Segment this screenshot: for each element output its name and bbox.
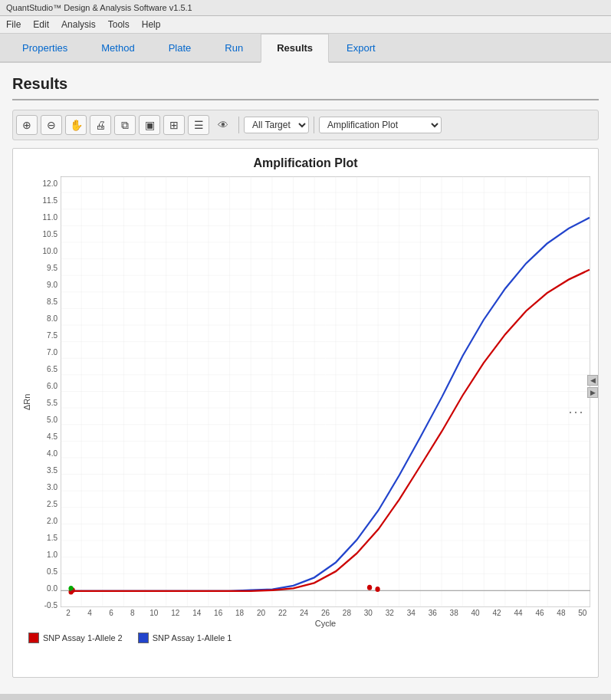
y-tick: 0.5 [33,567,57,576]
x-tick: 18 [232,609,248,617]
page-title: Results [12,75,599,100]
x-tick: 16 [211,609,226,617]
x-axis-label: Cycle [61,619,590,628]
toolbar-separator-2 [314,117,314,133]
legend-item-allele2: SNP Assay 1-Allele 2 [28,633,123,643]
tab-results[interactable]: Results [261,34,329,63]
y-tick: 5.0 [33,416,57,424]
y-tick: 2.0 [33,517,57,525]
tab-export[interactable]: Export [330,34,392,61]
pan-button[interactable]: ✋ [65,115,87,135]
x-tick: 30 [360,609,376,617]
menu-help[interactable]: Help [142,19,161,30]
x-tick: 10 [146,609,162,617]
x-tick: 46 [532,609,547,617]
zoom-out-button[interactable]: ⊖ [41,115,62,135]
menu-edit[interactable]: Edit [33,19,49,30]
scroll-up-arrow[interactable]: ◀ [587,375,598,386]
y-tick: 9.5 [33,264,57,272]
chart-container: Amplification Plot ΔRn 12.0 11.5 11.0 10… [12,148,599,678]
y-tick: 4.5 [33,432,57,441]
select-icon: ▣ [145,119,155,131]
y-axis-ticks: 12.0 11.5 11.0 10.5 10.0 9.5 9.0 8.5 8.0… [33,176,61,628]
y-tick: 8.0 [33,314,57,323]
chart-area: ΔRn 12.0 11.5 11.0 10.5 10.0 9.5 9.0 8.5… [21,176,590,628]
visibility-button[interactable]: 👁 [212,115,234,135]
y-tick: 0.0 [33,584,57,593]
plot-and-x-area: 2 4 6 8 10 12 14 16 18 20 22 24 26 28 30… [61,176,590,628]
side-scroll-arrows[interactable]: ◀ ▶ [587,375,598,398]
legend-label-allele1: SNP Assay 1-Allele 1 [153,633,232,642]
x-tick: 38 [446,609,462,617]
legend-swatch-allele2 [28,633,39,643]
copy-button[interactable]: ⧉ [114,115,136,135]
tab-run[interactable]: Run [209,34,259,61]
y-axis-label: ΔRn [21,176,33,628]
y-tick: 7.0 [33,348,57,357]
x-tick: 36 [425,609,440,617]
tab-bar: Properties Method Plate Run Results Expo… [0,34,611,63]
zoom-in-icon: ⊕ [22,119,31,131]
y-tick: 1.5 [33,534,57,542]
app-title: QuantStudio™ Design & Analysis Software … [6,3,192,12]
y-tick: 10.0 [33,247,57,255]
x-tick: 40 [468,609,483,617]
plot-type-select[interactable]: Amplification PlotMelt CurveStandard Cur… [319,117,442,133]
target-select[interactable]: All Target [244,117,309,133]
y-tick: 2.5 [33,500,57,508]
zoom-in-button[interactable]: ⊕ [16,115,38,135]
tab-properties[interactable]: Properties [6,34,84,61]
x-tick: 48 [554,609,569,617]
menu-file[interactable]: File [6,19,21,30]
x-tick: 14 [189,609,205,617]
hand-icon: ✋ [70,119,83,131]
results-toolbar: ⊕ ⊖ ✋ 🖨 ⧉ ▣ ⊞ ☰ 👁 All Target Amplificati… [12,110,599,140]
y-tick: 5.5 [33,399,57,407]
x-tick: 8 [125,609,140,617]
x-tick: 20 [254,609,269,617]
amplification-plot-svg [61,176,590,607]
menu-bar: FileEditAnalysisToolsHelp [0,16,611,34]
svg-rect-4 [61,176,590,607]
print-button[interactable]: 🖨 [90,115,111,135]
title-bar: QuantStudio™ Design & Analysis Software … [0,0,611,16]
print-icon: 🖨 [95,119,106,131]
x-tick: 4 [82,609,97,617]
x-tick: 24 [296,609,311,617]
y-tick: 11.5 [33,196,57,205]
eye-icon: 👁 [218,119,228,131]
x-tick: 34 [403,609,419,617]
x-tick: 6 [103,609,119,617]
table-icon: ⊞ [169,119,179,131]
svg-point-9 [375,587,379,592]
list-icon: ☰ [194,119,204,131]
x-tick: 28 [339,609,354,617]
menu-analysis[interactable]: Analysis [61,19,96,30]
x-tick: 44 [511,609,526,617]
copy-icon: ⧉ [121,119,129,132]
tab-plate[interactable]: Plate [153,34,208,61]
legend-item-allele1: SNP Assay 1-Allele 1 [138,633,232,643]
y-tick: 9.0 [33,281,57,289]
tab-method[interactable]: Method [85,34,150,61]
x-tick: 42 [489,609,504,617]
options-dots[interactable]: ⋮ [567,405,586,422]
menu-tools[interactable]: Tools [108,19,130,30]
x-tick: 26 [317,609,333,617]
y-tick: 6.5 [33,365,57,373]
x-tick: 22 [275,609,291,617]
y-tick: 6.0 [33,382,57,390]
x-tick: 50 [575,609,590,617]
y-tick: 3.0 [33,483,57,491]
x-tick: 12 [168,609,183,617]
toolbar-separator [238,117,239,133]
y-tick: 8.5 [33,297,57,306]
table-button[interactable]: ⊞ [163,115,185,135]
select-button[interactable]: ▣ [139,115,160,135]
x-tick: 2 [61,609,76,617]
main-content: Results ⊕ ⊖ ✋ 🖨 ⧉ ▣ ⊞ ☰ 👁 All Target [0,63,611,694]
scroll-down-arrow[interactable]: ▶ [587,387,598,398]
list-button[interactable]: ☰ [188,115,209,135]
legend-swatch-allele1 [138,633,149,643]
svg-point-8 [367,585,372,590]
